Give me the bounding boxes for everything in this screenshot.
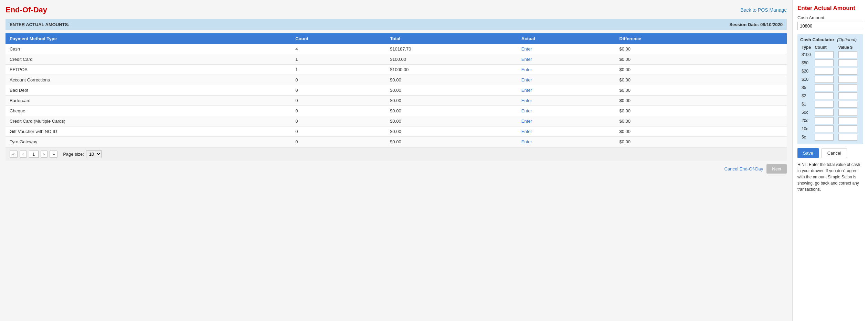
calc-value-input-cell[interactable] (837, 75, 860, 84)
cell-total: $0.00 (386, 137, 517, 147)
calc-value-input-cell[interactable] (837, 125, 860, 133)
cell-actual[interactable]: Enter (517, 65, 615, 75)
first-page-button[interactable]: « (10, 151, 18, 158)
calc-count-input[interactable] (815, 68, 834, 75)
cell-actual[interactable]: Enter (517, 126, 615, 137)
calc-count-input[interactable] (815, 51, 834, 58)
cell-total: $0.00 (386, 85, 517, 96)
last-page-button[interactable]: » (50, 151, 57, 158)
cell-difference: $0.00 (615, 106, 750, 116)
calc-value-input[interactable] (838, 84, 857, 91)
cell-actual[interactable]: Enter (517, 96, 615, 106)
cell-difference: $0.00 (615, 116, 750, 126)
calc-value-input-cell[interactable] (837, 51, 860, 59)
cell-count: 1 (291, 65, 386, 75)
calc-value-input-cell[interactable] (837, 117, 860, 125)
table-row: Credit Card 1 $100.00 Enter $0.00 (6, 54, 787, 65)
cell-difference: $0.00 (615, 54, 750, 65)
cash-amount-input[interactable] (797, 22, 863, 30)
calc-row: $5 (800, 84, 860, 92)
calc-cancel-button[interactable]: Cancel (822, 148, 847, 158)
section-header: ENTER ACTUAL AMOUNTS: Session Date: 09/1… (6, 19, 787, 30)
cell-count: 0 (291, 106, 386, 116)
cell-actual[interactable]: Enter (517, 137, 615, 147)
prev-page-button[interactable]: ‹ (20, 151, 27, 158)
table-row: Bad Debt 0 $0.00 Enter $0.00 (6, 85, 787, 96)
calc-value-input[interactable] (838, 109, 857, 116)
cell-total: $0.00 (386, 126, 517, 137)
calc-value-input[interactable] (838, 68, 857, 75)
calc-value-input-cell[interactable] (837, 67, 860, 75)
cancel-end-of-day-link[interactable]: Cancel End-Of-Day (724, 166, 763, 171)
calc-value-input[interactable] (838, 101, 857, 108)
table-row: Tyro Gateway 0 $0.00 Enter $0.00 (6, 137, 787, 147)
calc-count-input[interactable] (815, 101, 834, 108)
calc-value-input-cell[interactable] (837, 92, 860, 100)
calc-count-input-cell[interactable] (813, 59, 837, 67)
table-row: EFTPOS 1 $1000.00 Enter $0.00 (6, 65, 787, 75)
cell-difference: $0.00 (615, 96, 750, 106)
calc-count-input-cell[interactable] (813, 100, 837, 108)
footer-actions: Cancel End-Of-Day Next (6, 161, 787, 174)
calc-count-input-cell[interactable] (813, 133, 837, 141)
calc-value-input[interactable] (838, 51, 857, 58)
cell-action-empty (750, 85, 787, 96)
right-panel-title: Enter Actual Amount (797, 5, 863, 12)
calc-value-input[interactable] (838, 125, 857, 132)
cell-action-empty (750, 65, 787, 75)
calc-value-input[interactable] (838, 59, 857, 66)
calc-count-input-cell[interactable] (813, 125, 837, 133)
cell-method: Cash (6, 44, 291, 54)
cell-actual[interactable]: Enter (517, 85, 615, 96)
back-to-pos-link[interactable]: Back to POS Manage (740, 7, 787, 13)
calc-value-input[interactable] (838, 76, 857, 83)
page-size-select[interactable]: 10 25 50 (86, 150, 102, 158)
calc-count-input[interactable] (815, 92, 834, 99)
table-row: Gift Voucher with NO ID 0 $0.00 Enter $0… (6, 126, 787, 137)
calc-count-input[interactable] (815, 117, 834, 124)
calc-value-input[interactable] (838, 92, 857, 99)
calc-type: 5c (800, 133, 813, 141)
cell-method: Credit Card (Multiple Cards) (6, 116, 291, 126)
calc-save-button[interactable]: Save (797, 148, 819, 158)
calc-value-input-cell[interactable] (837, 133, 860, 141)
page-title: End-Of-Day (6, 5, 47, 14)
cell-action-empty (750, 137, 787, 147)
calc-value-input-cell[interactable] (837, 84, 860, 92)
cell-actual[interactable]: Enter (517, 106, 615, 116)
calc-count-input-cell[interactable] (813, 108, 837, 117)
calc-type: 20c (800, 117, 813, 125)
col-actions (750, 33, 787, 44)
pagination-bar: « ‹ 1 › » Page size: 10 25 50 (6, 147, 787, 161)
calc-count-input[interactable] (815, 84, 834, 91)
cell-actual[interactable]: Enter (517, 54, 615, 65)
calc-value-input-cell[interactable] (837, 100, 860, 108)
calc-type: $1 (800, 100, 813, 108)
calc-count-input[interactable] (815, 125, 834, 132)
calc-count-input[interactable] (815, 59, 834, 66)
calc-row: $100 (800, 51, 860, 59)
calc-count-input-cell[interactable] (813, 92, 837, 100)
calc-count-input[interactable] (815, 134, 834, 141)
calc-count-input[interactable] (815, 76, 834, 83)
cell-actual[interactable]: Enter (517, 75, 615, 85)
next-page-button[interactable]: › (41, 151, 47, 158)
calc-count-input-cell[interactable] (813, 75, 837, 84)
calc-value-input-cell[interactable] (837, 108, 860, 117)
cell-action-empty (750, 106, 787, 116)
calc-count-input-cell[interactable] (813, 67, 837, 75)
col-total: Total (386, 33, 517, 44)
session-date: Session Date: 09/10/2020 (729, 22, 783, 27)
calc-count-input[interactable] (815, 109, 834, 116)
calc-count-input-cell[interactable] (813, 117, 837, 125)
cell-actual[interactable]: Enter (517, 116, 615, 126)
calc-value-input[interactable] (838, 134, 857, 141)
cell-actual[interactable]: Enter (517, 44, 615, 54)
calc-value-input-cell[interactable] (837, 59, 860, 67)
cell-total: $0.00 (386, 75, 517, 85)
calc-count-input-cell[interactable] (813, 51, 837, 59)
col-difference: Difference (615, 33, 750, 44)
calc-count-input-cell[interactable] (813, 84, 837, 92)
next-button[interactable]: Next (766, 164, 787, 174)
calc-value-input[interactable] (838, 117, 857, 124)
